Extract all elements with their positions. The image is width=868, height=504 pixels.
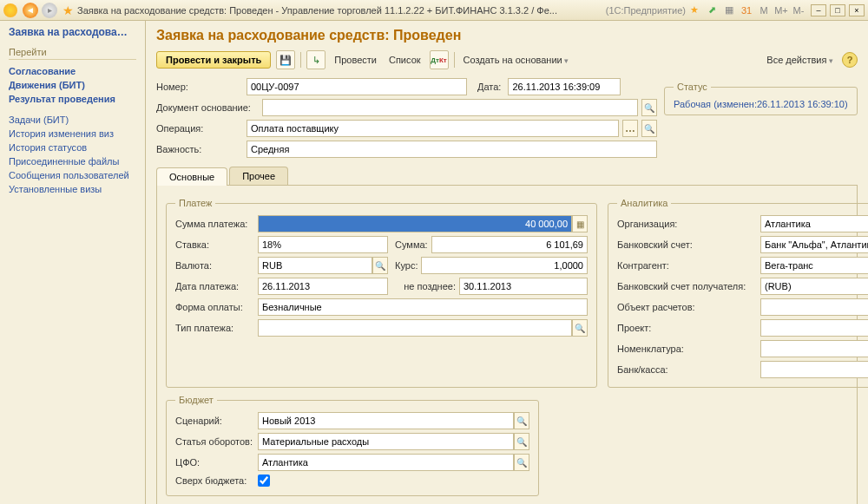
post-and-close-button[interactable]: Провести и закрыть: [156, 51, 271, 69]
basis-lookup-button[interactable]: 🔍: [641, 99, 657, 116]
nav-forward-button[interactable]: ▸: [42, 3, 57, 18]
sidebar-item-posting-result[interactable]: Результат проведения: [9, 93, 136, 105]
minimize-button[interactable]: –: [811, 4, 826, 16]
payment-sum-calc-button[interactable]: ▦: [572, 215, 588, 232]
page-title: Заявка на расходование средств: Проведен: [156, 28, 858, 43]
number-label: Номер:: [156, 82, 243, 92]
cash-label: Банк/касса:: [617, 364, 760, 375]
turnover-lookup-button[interactable]: 🔍: [514, 433, 529, 450]
basis-input[interactable]: [262, 99, 638, 116]
list-link[interactable]: Список: [385, 52, 424, 68]
counterparty-input[interactable]: [760, 257, 868, 274]
amount-input[interactable]: [431, 236, 588, 253]
sidebar-item-movements[interactable]: Движения (БИТ): [9, 79, 136, 91]
bankacc-label: Банковский счет:: [617, 239, 760, 250]
bankacc-input[interactable]: [760, 236, 868, 253]
save-button[interactable]: 💾: [276, 50, 295, 69]
recvacc-label: Банковский счет получателя:: [617, 281, 760, 291]
calc-tool-icon[interactable]: ▦: [722, 3, 736, 17]
sidebar-item-approval[interactable]: Согласование: [9, 65, 136, 77]
favorite-star-icon[interactable]: ★: [62, 3, 74, 17]
payform-input[interactable]: [258, 298, 588, 316]
operation-label: Операция:: [156, 123, 243, 134]
window-suffix: (1С:Предприятие): [606, 5, 686, 16]
operation-select-button[interactable]: …: [622, 120, 638, 137]
nav-back-button[interactable]: ◄: [23, 3, 38, 18]
date-input[interactable]: [508, 78, 621, 95]
project-label: Проект:: [617, 323, 760, 333]
post-link[interactable]: Провести: [331, 52, 380, 68]
payment-sum-label: Сумма платежа:: [175, 219, 258, 229]
over-budget-label: Сверх бюджета:: [175, 475, 258, 486]
until-label: не позднее:: [395, 281, 456, 291]
over-budget-checkbox[interactable]: [258, 475, 270, 487]
paytype-input[interactable]: [258, 319, 572, 337]
close-button[interactable]: ×: [849, 4, 865, 16]
maximize-button[interactable]: □: [830, 4, 845, 16]
all-actions-dropdown[interactable]: Все действия: [763, 52, 837, 68]
sidebar-item-user-messages[interactable]: Сообщения пользователей: [9, 169, 136, 181]
currency-label: Валюта:: [175, 260, 258, 271]
goto-section-label: Перейти: [9, 47, 136, 60]
app-logo-icon: [3, 3, 17, 17]
cfo-input[interactable]: [258, 454, 514, 471]
tab-other[interactable]: Прочее: [229, 167, 288, 185]
post-icon-button[interactable]: ↳: [306, 50, 326, 69]
currency-lookup-button[interactable]: 🔍: [372, 257, 388, 274]
sidebar-item-attachments[interactable]: Присоединенные файлы: [9, 155, 136, 167]
payment-legend: Платеж: [175, 198, 215, 208]
calendar-tool-icon[interactable]: 31: [740, 3, 753, 17]
nomen-label: Номенклатура:: [617, 344, 760, 354]
importance-input[interactable]: [247, 141, 657, 158]
create-based-on-dropdown[interactable]: Создать на основании: [460, 52, 573, 68]
cfo-lookup-button[interactable]: 🔍: [514, 454, 529, 471]
dtkt-button[interactable]: ДтКт: [430, 50, 449, 69]
scenario-label: Сценарий:: [175, 416, 258, 426]
amount-label: Сумма:: [395, 239, 428, 250]
importance-label: Важность:: [156, 144, 243, 154]
recvacc-input[interactable]: [760, 278, 868, 295]
mem-m-button[interactable]: М: [757, 3, 771, 17]
until-input[interactable]: [459, 278, 588, 295]
org-input[interactable]: [760, 215, 868, 232]
sidebar-item-visa-history[interactable]: История изменения виз: [9, 128, 136, 140]
budget-legend: Бюджет: [175, 395, 217, 405]
help-button[interactable]: ?: [842, 52, 858, 68]
star-tool-icon[interactable]: ★: [687, 3, 701, 17]
exrate-input[interactable]: [421, 257, 588, 274]
sidebar-item-status-history[interactable]: История статусов: [9, 141, 136, 154]
sidebar-item-tasks[interactable]: Задачи (БИТ): [9, 114, 136, 126]
paytype-lookup-button[interactable]: 🔍: [572, 319, 588, 337]
settlement-label: Объект расчетов:: [617, 302, 760, 312]
currency-input[interactable]: [258, 257, 372, 274]
mem-mplus-button[interactable]: М+: [774, 3, 788, 17]
operation-lookup-button[interactable]: 🔍: [641, 120, 657, 137]
rate-input[interactable]: [258, 236, 388, 253]
operation-input[interactable]: [247, 120, 619, 137]
payform-label: Форма оплаты:: [175, 302, 258, 312]
exrate-label: Курс:: [395, 260, 418, 271]
paytype-label: Тип платежа:: [175, 323, 258, 333]
breadcrumb[interactable]: Заявка на расходова…: [9, 26, 136, 38]
scenario-lookup-button[interactable]: 🔍: [514, 412, 529, 429]
number-input[interactable]: [247, 78, 467, 95]
sidebar-item-set-visas[interactable]: Установленные визы: [9, 183, 136, 195]
basis-label: Документ основание:: [156, 102, 259, 113]
go-tool-icon[interactable]: ⬈: [705, 3, 719, 17]
counterparty-label: Контрагент:: [617, 260, 760, 271]
cash-input[interactable]: [760, 361, 868, 378]
turnover-input[interactable]: [258, 433, 514, 450]
tab-main[interactable]: Основные: [156, 167, 227, 186]
settlement-input[interactable]: [760, 298, 868, 316]
rate-label: Ставка:: [175, 239, 258, 250]
nomen-input[interactable]: [760, 340, 868, 357]
paydate-input[interactable]: [258, 278, 388, 295]
mem-mminus-button[interactable]: М-: [792, 3, 806, 17]
project-input[interactable]: [760, 319, 868, 337]
scenario-input[interactable]: [258, 412, 514, 429]
analytics-legend: Аналитика: [617, 198, 671, 208]
window-title: Заявка на расходование средств: Проведен…: [77, 5, 602, 16]
status-link[interactable]: Рабочая (изменен:26.11.2013 16:39:10): [674, 99, 848, 109]
turnover-label: Статья оборотов:: [175, 436, 258, 447]
payment-sum-input[interactable]: [258, 215, 572, 232]
